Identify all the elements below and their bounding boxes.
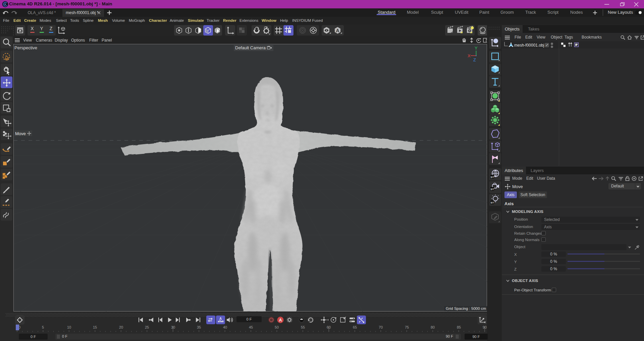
svg-text:Y: Y <box>475 46 478 51</box>
svg-text:ST: ST <box>490 201 494 204</box>
svg-text:ST: ST <box>490 188 494 191</box>
svg-text:A: A <box>279 318 282 323</box>
svg-text:A: A <box>219 317 222 321</box>
svg-text:A: A <box>336 28 339 33</box>
svg-text:ST: ST <box>490 176 494 179</box>
svg-text:X: X <box>468 53 471 58</box>
svg-text:Z: Z <box>473 57 476 62</box>
